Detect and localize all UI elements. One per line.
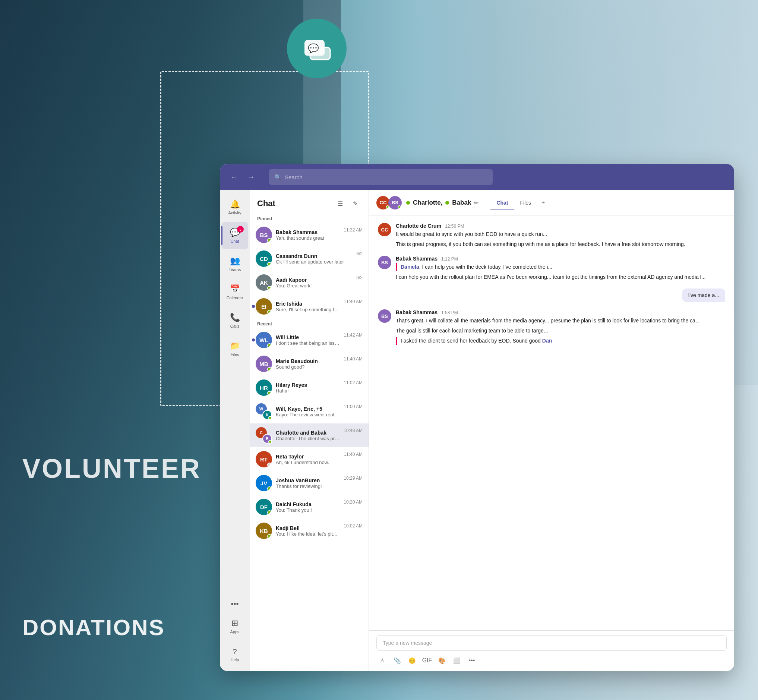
help-label: Help bbox=[231, 658, 239, 662]
sidebar-item-chat[interactable]: 💬 3 Chat bbox=[221, 222, 248, 249]
msg-sender-babak-2: Babak Shammas bbox=[396, 309, 438, 315]
gif-button[interactable]: GIF bbox=[421, 655, 433, 666]
avatar-hilary: HR bbox=[256, 380, 272, 396]
apps-label: Apps bbox=[230, 630, 239, 634]
search-input[interactable] bbox=[285, 174, 487, 180]
msg-content-babak-2: Babak Shammas 1:58 PM That's great. I wi… bbox=[396, 309, 725, 345]
screen-share-button[interactable]: ⬜ bbox=[451, 655, 463, 666]
msg-text-charlotte-2: This is great progress, if you both can … bbox=[396, 241, 725, 248]
teams-label: Teams bbox=[229, 267, 241, 272]
filter-button[interactable]: ☰ bbox=[334, 198, 346, 209]
sidebar-item-calls[interactable]: 📞 Calls bbox=[221, 307, 248, 334]
sticker-button[interactable]: 🎨 bbox=[436, 655, 448, 666]
self-message-bubble: I've made a... bbox=[682, 289, 725, 302]
chat-time-eric: 11:40 AM bbox=[343, 298, 363, 304]
calls-label: Calls bbox=[230, 324, 239, 328]
msg-text-babak-2a: That's great. I will collate all the mat… bbox=[396, 317, 725, 325]
sidebar-item-help[interactable]: ? Help bbox=[221, 641, 248, 668]
chat-time-babak: 11:32 AM bbox=[343, 227, 363, 233]
chat-item-babak[interactable]: BS Babak Shammas Yah, that sounds great … bbox=[250, 223, 368, 247]
chat-time-will-group: 11:00 AM bbox=[343, 403, 363, 409]
msg-time-babak-2: 1:58 PM bbox=[441, 310, 458, 315]
unread-dot-will bbox=[252, 338, 255, 341]
chat-time-aadi: 6/2 bbox=[356, 274, 363, 280]
chat-preview-hilary: Haha! bbox=[276, 388, 340, 394]
activity-icon: 🔔 bbox=[230, 199, 240, 209]
format-text-button[interactable]: 𝐴 bbox=[376, 655, 388, 666]
chat-time-cassandra: 6/2 bbox=[356, 250, 363, 256]
svg-text:💬: 💬 bbox=[308, 43, 319, 54]
avatar-cassandra: CD bbox=[256, 250, 272, 267]
chat-name-charlotte-babak: Charlotte and Babak bbox=[276, 430, 340, 436]
more-button[interactable]: ••• bbox=[221, 596, 248, 611]
chat-info-kadji: Kadji Bell You: I like the idea, let's p… bbox=[276, 525, 340, 537]
msg-content-babak-1: Babak Shammas 1:12 PM Daniela, I can hel… bbox=[396, 256, 725, 281]
recent-section-label: Recent bbox=[250, 318, 368, 328]
chat-item-charlotte-babak[interactable]: C B Charlotte and Babak Charlotte: The c… bbox=[250, 423, 368, 447]
online-dot-1 bbox=[406, 201, 410, 205]
chat-item-marie[interactable]: MB Marie Beaudouin Sound good? 11:40 AM bbox=[250, 352, 368, 376]
files-label: Files bbox=[230, 352, 239, 357]
chat-info-will-group: Will, Kayo, Eric, +5 Kayo: The review we… bbox=[276, 406, 340, 417]
calendar-icon: 📅 bbox=[230, 284, 240, 294]
sidebar-item-teams[interactable]: 👥 Teams bbox=[221, 250, 248, 277]
avatar-marie: MB bbox=[256, 356, 272, 372]
teams-icon: 👥 bbox=[230, 256, 240, 266]
status-joshua bbox=[267, 486, 272, 491]
mention-dan: Dan bbox=[542, 338, 552, 344]
message-input-box[interactable]: Type a new message bbox=[376, 635, 727, 651]
message-toolbar: 𝐴 📎 😊 GIF 🎨 ⬜ bbox=[376, 655, 727, 666]
chat-item-aadi[interactable]: AK Aadi Kapoor You: Great work! 6/2 bbox=[250, 270, 368, 294]
forward-button[interactable]: → bbox=[245, 170, 258, 184]
chat-preview-reta: Ah, ok I understand now. bbox=[276, 459, 340, 465]
chat-time-marie: 11:40 AM bbox=[343, 356, 363, 362]
chat-item-reta[interactable]: RT Reta Taylor Ah, ok I understand now. … bbox=[250, 447, 368, 471]
main-content: 🔔 Activity 💬 3 Chat 👥 Teams 📅 Calendar 📞… bbox=[220, 190, 734, 671]
chat-info-joshua: Joshua VanBuren Thanks for reviewing! bbox=[276, 478, 340, 489]
status-will bbox=[267, 343, 272, 348]
new-chat-button[interactable]: ✎ bbox=[349, 198, 361, 209]
chat-item-kadji[interactable]: KB Kadji Bell You: I like the idea, let'… bbox=[250, 519, 368, 543]
chat-list-title: Chat bbox=[257, 198, 275, 208]
tab-files[interactable]: Files bbox=[514, 197, 537, 209]
chat-list-panel: Chat ☰ ✎ Pinned BS Babak Sh bbox=[250, 190, 369, 671]
emoji-button[interactable]: 😊 bbox=[406, 655, 418, 666]
sidebar-item-calendar[interactable]: 📅 Calendar bbox=[221, 279, 248, 306]
sidebar-item-files[interactable]: 📁 Files bbox=[221, 336, 248, 362]
more-options-icon: ••• bbox=[469, 657, 475, 664]
more-options-button[interactable]: ••• bbox=[466, 655, 478, 666]
chat-time-will: 11:42 AM bbox=[343, 332, 363, 338]
chat-item-eric[interactable]: EI Eric Ishida Sure, I'll set up somethi… bbox=[250, 294, 368, 318]
add-tab-button[interactable]: + bbox=[537, 197, 549, 209]
msg-avatar-babak-2: BS bbox=[378, 309, 391, 323]
header-status-babak bbox=[398, 205, 401, 209]
sidebar-item-activity[interactable]: 🔔 Activity bbox=[221, 194, 248, 221]
back-button[interactable]: ← bbox=[227, 170, 241, 184]
attach-button[interactable]: 📎 bbox=[391, 655, 403, 666]
tab-chat[interactable]: Chat bbox=[490, 197, 514, 209]
chat-info-cassandra: Cassandra Dunn Ok I'll send an update ov… bbox=[276, 253, 352, 265]
search-bar[interactable]: 🔍 bbox=[269, 169, 493, 185]
chat-item-hilary[interactable]: HR Hilary Reyes Haha! 11:02 AM bbox=[250, 376, 368, 400]
status-daichi bbox=[267, 510, 272, 515]
status-reta bbox=[267, 462, 272, 467]
mention-daniela: Daniela bbox=[401, 264, 419, 270]
header-avatar-charlotte: CC bbox=[376, 196, 390, 209]
chat-item-will[interactable]: WL Will Little I don't see that being an… bbox=[250, 328, 368, 352]
chat-preview-marie: Sound good? bbox=[276, 364, 340, 370]
chat-item-will-group[interactable]: W K Will, Kayo, Eric, +5 Kayo: The revie… bbox=[250, 400, 368, 423]
status-cassandra bbox=[267, 262, 272, 267]
chat-info-babak: Babak Shammas Yah, that sounds great bbox=[276, 229, 340, 241]
chat-item-cassandra[interactable]: CD Cassandra Dunn Ok I'll send an update… bbox=[250, 247, 368, 270]
avatar-will-group: W K bbox=[256, 403, 272, 420]
chat-list-header: Chat ☰ ✎ bbox=[250, 190, 368, 213]
chat-info-daichi: Daichi Fukuda You: Thank you!! bbox=[276, 502, 340, 513]
chat-item-joshua[interactable]: JV Joshua VanBuren Thanks for reviewing!… bbox=[250, 471, 368, 495]
chat-time-reta: 11:40 AM bbox=[343, 451, 363, 457]
chat-item-daichi[interactable]: DF Daichi Fukuda You: Thank you!! 10:20 … bbox=[250, 495, 368, 519]
sidebar-item-apps[interactable]: ⊞ Apps bbox=[221, 613, 248, 640]
msg-sender-charlotte: Charlotte de Crum bbox=[396, 223, 441, 229]
teams-app-icon: 💬 bbox=[287, 19, 346, 78]
chat-name-cassandra: Cassandra Dunn bbox=[276, 253, 352, 259]
edit-name-button[interactable]: ✏ bbox=[474, 200, 479, 206]
